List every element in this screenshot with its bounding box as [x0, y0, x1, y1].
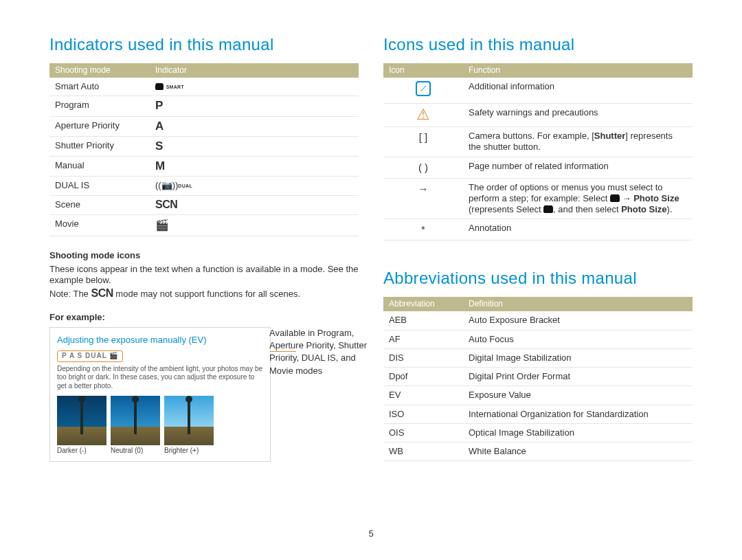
thumb-neutral: Neutral (0) — [111, 396, 160, 456]
indicator-cell: SCN — [150, 195, 359, 214]
mode-cell: DUAL IS — [49, 177, 150, 195]
table-row: → The order of options or menus you must… — [383, 178, 693, 219]
brackets-icon: [ ] — [419, 131, 428, 143]
table-row: WBWhite Balance — [383, 443, 693, 461]
icons-table: Icon Function Additional information ⚠ S… — [383, 63, 693, 240]
body-note: Note: The SCN mode may not support funct… — [49, 288, 359, 300]
indicator-cell: SMART — [150, 78, 359, 96]
def-cell: Exposure Value — [463, 386, 693, 405]
indicators-table: Shooting mode Indicator Smart Auto SMART… — [49, 63, 359, 236]
table-row: AFAuto Focus — [383, 330, 693, 348]
indicator-cell: 🎬 — [150, 214, 359, 236]
thumb-caption: Darker (-) — [57, 447, 106, 456]
table-row: [ ] Camera buttons. For example, [Shutte… — [383, 127, 693, 157]
heading-indicators: Indicators used in this manual — [49, 34, 359, 55]
table-row: Additional information — [383, 78, 693, 104]
mode-cell: Movie — [49, 214, 150, 236]
thumb-darker: Darker (-) — [57, 396, 106, 456]
table-row: * Annotation — [383, 219, 693, 240]
indicator-cell: S — [150, 136, 359, 156]
table-row: Aperture Priority A — [49, 116, 359, 136]
dual-is-icon: ((📷))DUAL — [155, 180, 192, 190]
right-column: Icons used in this manual Icon Function … — [383, 34, 693, 546]
table-row: Manual M — [49, 157, 359, 177]
example-callout: Available in Program, Aperture Priority,… — [269, 327, 372, 377]
abbr-cell: AF — [383, 330, 463, 348]
abbr-cell: Dpof — [383, 368, 463, 386]
table-row: AEBAuto Exposure Bracket — [383, 311, 693, 330]
indicator-cell: M — [150, 157, 359, 177]
mode-cell: Shutter Priority — [49, 136, 150, 156]
subhead-shooting-mode-icons: Shooting mode icons — [49, 250, 359, 261]
th-icon: Icon — [383, 63, 463, 78]
def-cell: Auto Focus — [463, 330, 693, 348]
movie-icon: 🎬 — [155, 219, 169, 231]
table-row: Program P — [49, 96, 359, 116]
table-row: ISOInternational Organization for Standa… — [383, 405, 693, 423]
def-cell: Auto Exposure Bracket — [463, 311, 693, 330]
table-row: ⚠ Safety warnings and precautions — [383, 104, 693, 127]
mode-cell: Smart Auto — [49, 78, 150, 96]
abbr-cell: EV — [383, 386, 463, 405]
indicator-cell: ((📷))DUAL — [150, 177, 359, 195]
example-mode-strip: P A S DUAL 🎬 — [57, 350, 123, 362]
left-column: Indicators used in this manual Shooting … — [49, 34, 359, 546]
abbreviations-table: Abbreviation Definition AEBAuto Exposure… — [383, 297, 693, 461]
heading-icons: Icons used in this manual — [383, 34, 693, 55]
icon-cell — [383, 78, 463, 104]
abbr-cell: DIS — [383, 348, 463, 367]
mode-cell: Manual — [49, 157, 150, 177]
def-cell: Digital Image Stabilization — [463, 348, 693, 367]
asterisk-icon: * — [421, 223, 425, 235]
table-row: DUAL IS ((📷))DUAL — [49, 177, 359, 195]
mode-cell: Aperture Priority — [49, 116, 150, 136]
th-shooting-mode: Shooting mode — [49, 63, 150, 78]
indicator-cell: A — [150, 116, 359, 136]
function-cell: Annotation — [463, 219, 693, 240]
icon-cell: ⚠ — [383, 104, 463, 127]
table-row: EVExposure Value — [383, 386, 693, 405]
body-text: These icons appear in the text when a fu… — [49, 264, 359, 287]
icon-cell: [ ] — [383, 127, 463, 157]
def-cell: White Balance — [463, 443, 693, 461]
warning-icon: ⚠ — [416, 107, 430, 122]
abbr-cell: WB — [383, 443, 463, 461]
parentheses-icon: ( ) — [418, 161, 428, 173]
mode-cell: Program — [49, 96, 150, 116]
arrow-icon: → — [418, 183, 429, 194]
table-row: Movie 🎬 — [49, 214, 359, 236]
note-icon — [416, 81, 431, 96]
icon-cell: ( ) — [383, 157, 463, 178]
camera-icon — [610, 195, 620, 202]
table-row: DISDigital Image Stabilization — [383, 348, 693, 367]
abbr-cell: ISO — [383, 405, 463, 423]
table-row: Smart Auto SMART — [49, 78, 359, 96]
example-title: Adjusting the exposure manually (EV) — [57, 335, 263, 346]
th-definition: Definition — [463, 297, 693, 311]
thumb-brighter: Brighter (+) — [164, 396, 214, 456]
camera-smart-icon: SMART — [155, 81, 184, 91]
function-cell: Additional information — [463, 78, 693, 104]
indicator-cell: P — [150, 96, 359, 116]
function-cell: Page number of related information — [463, 157, 693, 178]
function-cell: Camera buttons. For example, [Shutter] r… — [463, 127, 693, 157]
table-row: DpofDigital Print Order Format — [383, 368, 693, 386]
mode-cell: Scene — [49, 195, 150, 214]
example-body: Depending on the intensity of the ambien… — [57, 365, 263, 391]
abbr-cell: OIS — [383, 423, 463, 442]
def-cell: Optical Image Stabilization — [463, 423, 693, 442]
example-thumbnails: Darker (-) Neutral (0) Brighter (+) — [57, 396, 263, 456]
def-cell: Digital Print Order Format — [463, 368, 693, 386]
th-abbreviation: Abbreviation — [383, 297, 463, 311]
table-row: ( ) Page number of related information — [383, 157, 693, 178]
subhead-for-example: For example: — [49, 312, 359, 323]
example-panel: Adjusting the exposure manually (EV) P A… — [49, 327, 271, 462]
def-cell: International Organization for Standardi… — [463, 405, 693, 423]
icon-cell: → — [383, 178, 463, 219]
th-function: Function — [463, 63, 693, 78]
thumb-caption: Brighter (+) — [164, 447, 214, 456]
table-row: OISOptical Image Stabilization — [383, 423, 693, 442]
camera-icon — [543, 206, 553, 213]
abbr-cell: AEB — [383, 311, 463, 330]
icon-cell: * — [383, 219, 463, 240]
